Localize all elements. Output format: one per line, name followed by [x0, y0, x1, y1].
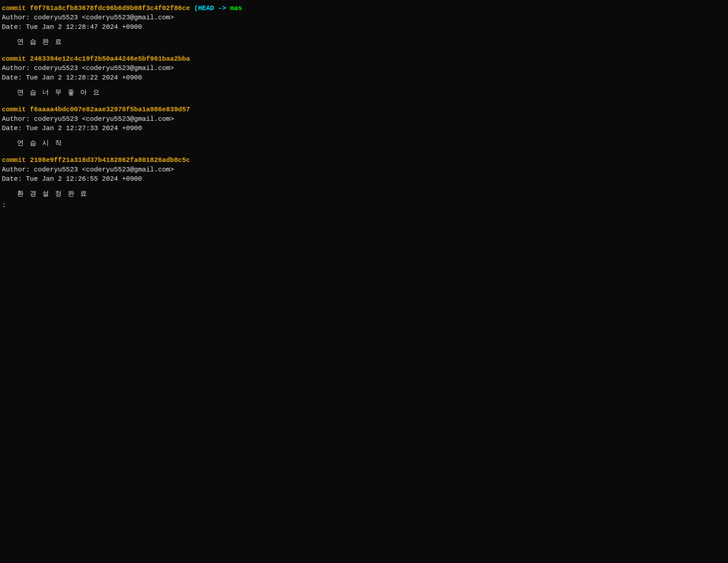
commit-block-3: commit f6aaaa4bdc007e82aae32978f5ba1a986… — [2, 105, 726, 148]
commit-block-1: commit f0f761a8cfb83678fdc96b6d9b08f3c4f… — [2, 4, 726, 47]
date-line-4: Date: Tue Jan 2 12:26:55 2024 +0900 — [2, 174, 726, 184]
commit-message-4: 환 경 설 정 완 료 — [2, 189, 726, 199]
commit-keyword-3: commit — [2, 106, 30, 113]
commit-hash-value-4: 2108e9ff21a318d37b4182862fa801826adb8c5c — [30, 156, 190, 164]
date-line-2: Date: Tue Jan 2 12:28:22 2024 +0900 — [2, 73, 726, 82]
commit-hash-value-3: f6aaaa4bdc007e82aae32978f5ba1a986e839d57 — [30, 106, 190, 113]
branch-name-1: mas — [230, 5, 242, 12]
head-ref-1: (HEAD -> — [194, 5, 230, 12]
author-line-1: Author: coderyu5523 <coderyu5523@gmail.c… — [2, 13, 726, 22]
commit-hash-value-2: 2463394e12c4c19f2b50a44246e5bf961baa2bba — [30, 55, 190, 63]
commit-hash-2: commit 2463394e12c4c19f2b50a44246e5bf961… — [2, 54, 726, 64]
commit-hash-1: commit f0f761a8cfb83678fdc96b6d9b08f3c4f… — [2, 4, 726, 13]
date-line-1: Date: Tue Jan 2 12:28:47 2024 +0900 — [2, 23, 726, 32]
commit-keyword-1: commit — [2, 5, 30, 12]
terminal-output: commit f0f761a8cfb83678fdc96b6d9b08f3c4f… — [0, 0, 728, 563]
author-line-3: Author: coderyu5523 <coderyu5523@gmail.c… — [2, 115, 726, 124]
date-line-3: Date: Tue Jan 2 12:27:33 2024 +0900 — [2, 124, 726, 133]
commit-hash-3: commit f6aaaa4bdc007e82aae32978f5ba1a986… — [2, 105, 726, 114]
commit-message-2: 연 습 너 무 좋 아 요 — [2, 88, 726, 97]
commit-hash-4: commit 2108e9ff21a318d37b4182862fa801826… — [2, 156, 726, 165]
author-line-2: Author: coderyu5523 <coderyu5523@gmail.c… — [2, 64, 726, 73]
commit-message-3: 연 습 시 작 — [2, 139, 726, 148]
author-line-4: Author: coderyu5523 <coderyu5523@gmail.c… — [2, 165, 726, 174]
commit-block-2: commit 2463394e12c4c19f2b50a44246e5bf961… — [2, 54, 726, 97]
commit-message-1: 연 습 완 료 — [2, 38, 726, 47]
commit-block-4: commit 2108e9ff21a318d37b4182862fa801826… — [2, 156, 726, 210]
commit-keyword-4: commit — [2, 156, 30, 164]
partial-cursor-line: : — [2, 201, 726, 210]
commit-hash-value-1: f0f761a8cfb83678fdc96b6d9b08f3c4f02f86ce — [30, 5, 194, 12]
commit-keyword-2: commit — [2, 55, 30, 63]
